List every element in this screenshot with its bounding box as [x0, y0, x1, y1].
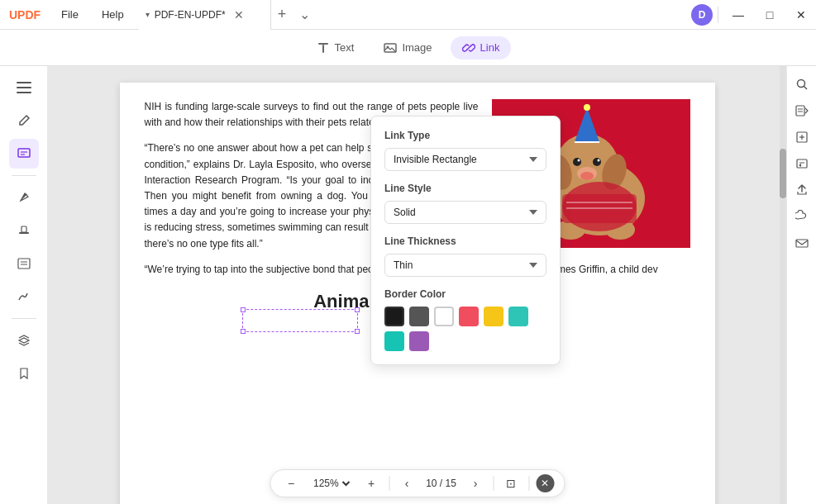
sidebar-icon-layers[interactable] [9, 326, 39, 355]
svg-point-26 [577, 159, 580, 162]
prev-page-button[interactable]: ‹ [396, 473, 418, 494]
link-tool-button[interactable]: Link [451, 36, 512, 59]
scrollbar-thumb[interactable] [780, 149, 786, 198]
window-actions: D — □ ✕ [691, 0, 816, 30]
svg-rect-38 [796, 106, 804, 116]
main-toolbar: Text Image Link [0, 30, 816, 66]
link-icon [462, 41, 475, 55]
menu-bar: File Help [50, 0, 136, 30]
svg-line-37 [804, 86, 807, 89]
right-icon-share[interactable] [790, 178, 814, 202]
page-info: 10 / 15 [422, 478, 460, 489]
minimize-button[interactable]: — [723, 0, 753, 30]
maximize-button[interactable]: □ [755, 0, 785, 30]
content-area: NIH is funding large-scale surveys to fi… [48, 66, 786, 504]
extract-icon [795, 131, 809, 144]
tab-pdf[interactable]: ▾ PDF-EN-UPDF* ✕ [139, 0, 271, 30]
color-swatch-black[interactable] [384, 307, 404, 326]
right-icon-convert[interactable] [790, 152, 814, 175]
left-sidebar [0, 66, 48, 504]
titlebar: UPDF File Help ▾ PDF-EN-UPDF* ✕ + ⌄ D — … [0, 0, 816, 30]
right-icon-search[interactable] [790, 73, 814, 96]
toolbar-close-button[interactable]: ✕ [536, 474, 554, 492]
color-swatch-teal[interactable] [508, 307, 528, 326]
fit-page-button[interactable]: ⊡ [500, 473, 522, 494]
sign-icon [17, 290, 31, 303]
svg-rect-46 [796, 240, 808, 247]
sidebar-icon-sign[interactable] [9, 282, 39, 311]
handle-bl[interactable] [241, 329, 246, 334]
zoom-select[interactable]: 125% 100% 150% 75% [310, 477, 352, 490]
menu-file[interactable]: File [50, 0, 90, 30]
scrollbar-track [780, 66, 786, 504]
sidebar-icon-edit[interactable] [9, 106, 39, 136]
cloud-icon [795, 210, 809, 223]
close-button[interactable]: ✕ [786, 0, 816, 30]
app-logo: UPDF [0, 8, 50, 21]
sidebar-divider-2 [12, 318, 36, 319]
selection-box [242, 309, 358, 332]
svg-rect-6 [17, 87, 31, 88]
text-tool-button[interactable]: Text [305, 36, 366, 59]
image-tool-button[interactable]: Image [372, 36, 443, 59]
svg-line-4 [467, 46, 470, 50]
line-thickness-select[interactable]: Thin Medium Thick [384, 254, 546, 277]
svg-rect-7 [17, 92, 31, 93]
color-swatch-pink-red[interactable] [459, 307, 479, 326]
image-tool-label: Image [402, 41, 432, 54]
forms-icon [17, 257, 31, 270]
color-swatch-violet[interactable] [409, 331, 429, 351]
line-style-label: Line Style [384, 183, 546, 194]
sidebar-divider-1 [12, 175, 36, 176]
zoom-out-button[interactable]: − [280, 473, 302, 494]
logo-text: UPDF [9, 8, 41, 21]
link-type-select[interactable]: Invisible Rectangle Visible Rectangle [384, 148, 546, 171]
color-swatch-dark-gray[interactable] [409, 307, 429, 326]
tab-add-button[interactable]: + [271, 6, 293, 23]
sidebar-icon-stamp[interactable] [9, 216, 39, 245]
svg-point-29 [580, 172, 594, 180]
handle-tr[interactable] [355, 307, 360, 312]
search-icon [795, 78, 809, 91]
sidebar-icon-annotate[interactable] [9, 139, 39, 169]
svg-rect-0 [318, 43, 328, 45]
right-icon-mail[interactable] [790, 231, 814, 254]
sidebar-icon-bookmark[interactable] [9, 359, 39, 388]
handle-tl[interactable] [241, 307, 246, 312]
bookmark-icon [17, 367, 31, 380]
svg-point-21 [584, 104, 590, 111]
svg-point-27 [597, 159, 599, 162]
text-tool-label: Text [335, 41, 355, 54]
ocr-icon [795, 104, 809, 117]
color-swatch-white[interactable] [434, 307, 454, 326]
sidebar-icon-forms[interactable] [9, 249, 39, 278]
color-swatch-cyan[interactable] [384, 331, 404, 351]
right-icon-extract[interactable] [790, 126, 814, 149]
main-layout: NIH is funding large-scale surveys to fi… [0, 66, 816, 504]
bottom-divider-3 [528, 476, 529, 491]
link-tool-label: Link [480, 41, 500, 54]
svg-rect-44 [797, 159, 807, 168]
color-swatches-row [384, 307, 546, 351]
right-icon-cloud[interactable] [790, 205, 814, 228]
menu-help[interactable]: Help [90, 0, 136, 30]
right-icon-ocr[interactable] [790, 99, 814, 122]
svg-rect-13 [18, 259, 30, 269]
sidebar-icon-pen[interactable] [9, 183, 39, 212]
svg-point-24 [573, 158, 581, 166]
zoom-in-button[interactable]: + [360, 473, 382, 494]
handle-br[interactable] [355, 329, 360, 334]
color-swatch-yellow[interactable] [484, 307, 503, 326]
edit-icon [17, 114, 31, 127]
tab-area: ▾ PDF-EN-UPDF* ✕ + ⌄ [139, 0, 691, 30]
menu-icon [17, 82, 31, 93]
line-style-select[interactable]: Solid Dashed Underline [384, 201, 546, 224]
pen-icon [17, 191, 31, 204]
tab-title: PDF-EN-UPDF* [155, 9, 226, 21]
tab-overflow-button[interactable]: ⌄ [293, 7, 317, 22]
avatar[interactable]: D [691, 4, 713, 26]
sidebar-icon-menu[interactable] [9, 73, 39, 102]
next-page-button[interactable]: › [465, 473, 486, 494]
mail-icon [795, 236, 809, 250]
tab-close-icon[interactable]: ✕ [234, 8, 244, 21]
